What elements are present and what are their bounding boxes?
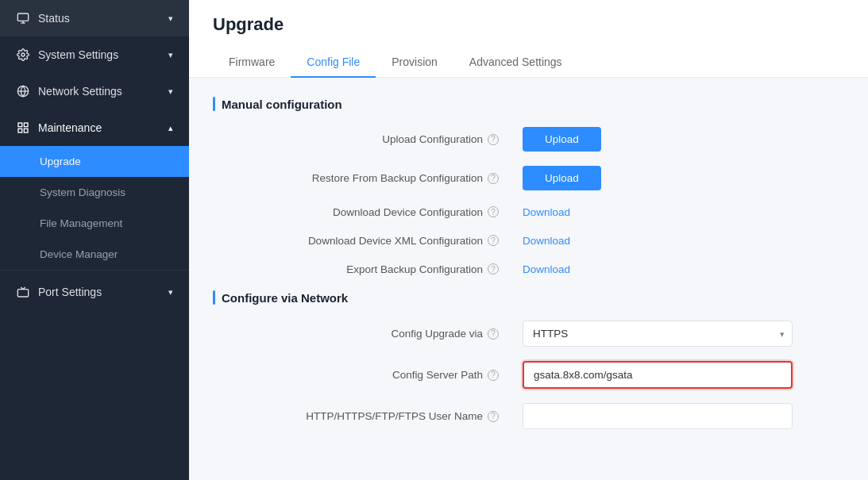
sidebar-sub-item-device-manager[interactable]: Device Manager: [0, 239, 189, 270]
grid-icon: [16, 121, 30, 135]
chevron-down-icon: ▾: [168, 13, 173, 24]
tab-config-file[interactable]: Config File: [291, 48, 376, 78]
export-backup-link[interactable]: Download: [523, 263, 570, 275]
sidebar-item-status[interactable]: Status ▾: [0, 0, 189, 36]
http-user-name-info-icon[interactable]: ?: [488, 411, 499, 422]
sidebar-item-label: Maintenance: [38, 121, 102, 134]
sidebar-sub-item-upgrade[interactable]: Upgrade: [0, 146, 189, 177]
export-backup-control: Download: [523, 262, 570, 276]
config-upgrade-via-row: Config Upgrade via ? HTTP HTTPS FTP FTPS…: [213, 321, 844, 347]
restore-backup-info-icon[interactable]: ?: [488, 173, 499, 184]
svg-rect-9: [24, 129, 28, 132]
http-user-name-input[interactable]: [523, 403, 793, 429]
chevron-down-icon: ▾: [168, 50, 173, 60]
config-upgrade-via-select-wrapper: HTTP HTTPS FTP FTPS ▾: [523, 321, 793, 347]
restore-backup-label: Restore From Backup Configuration ?: [229, 172, 499, 184]
upload-config-row: Upload Configuration ? Upload: [213, 127, 844, 152]
download-device-config-row: Download Device Configuration ? Download: [213, 205, 844, 219]
chevron-up-icon: ▴: [168, 123, 173, 133]
config-upgrade-via-select[interactable]: HTTP HTTPS FTP FTPS: [523, 321, 793, 347]
export-backup-row: Export Backup Configuration ? Download: [213, 262, 844, 276]
download-device-config-info-icon[interactable]: ?: [488, 206, 499, 217]
sidebar-item-system-settings[interactable]: System Settings ▾: [0, 36, 189, 73]
tab-advanced-settings[interactable]: Advanced Settings: [453, 48, 578, 78]
sidebar-item-label: System Settings: [38, 48, 118, 61]
monitor-icon: [16, 11, 30, 25]
tab-provision[interactable]: Provision: [376, 48, 453, 78]
network-section-accent: [213, 290, 215, 305]
config-server-path-row: Config Server Path ?: [213, 361, 844, 389]
sidebar: Status ▾ System Settings ▾ Network Setti…: [0, 0, 189, 480]
download-device-xml-label: Download Device XML Configuration ?: [229, 235, 499, 247]
download-device-xml-control: Download: [523, 233, 570, 248]
http-user-name-label: HTTP/HTTPS/FTP/FTPS User Name ?: [229, 410, 499, 422]
sidebar-sub-item-label: Device Manager: [40, 248, 118, 260]
network-config-title: Configure via Network: [222, 291, 348, 305]
upload-config-label: Upload Configuration ?: [229, 133, 499, 145]
upload-config-control: Upload: [523, 127, 601, 152]
config-upgrade-via-control: HTTP HTTPS FTP FTPS ▾: [523, 321, 793, 347]
config-upgrade-via-label: Config Upgrade via ?: [229, 328, 499, 340]
svg-rect-10: [17, 290, 28, 297]
sidebar-sub-item-label: File Management: [40, 217, 122, 229]
network-config-section-header: Configure via Network: [213, 290, 844, 305]
manual-config-section-header: Manual configuration: [213, 97, 844, 111]
page-title: Upgrade: [213, 14, 844, 35]
download-device-xml-row: Download Device XML Configuration ? Down…: [213, 233, 844, 248]
download-device-xml-info-icon[interactable]: ?: [488, 235, 499, 246]
svg-point-3: [21, 53, 25, 56]
restore-backup-button[interactable]: Upload: [523, 166, 601, 190]
sidebar-item-port-settings[interactable]: Port Settings ▾: [0, 274, 189, 310]
restore-backup-control: Upload: [523, 166, 601, 190]
download-device-config-control: Download: [523, 205, 570, 219]
sidebar-item-network-settings[interactable]: Network Settings ▾: [0, 73, 189, 109]
manual-config-title: Manual configuration: [222, 98, 342, 111]
tab-bar: Firmware Config File Provision Advanced …: [213, 48, 844, 77]
section-accent: [213, 97, 215, 111]
chevron-down-icon: ▾: [168, 86, 173, 97]
page-header: Upgrade Firmware Config File Provision A…: [189, 0, 868, 78]
config-upgrade-via-info-icon[interactable]: ?: [488, 328, 499, 340]
sidebar-item-label: Port Settings: [38, 286, 102, 298]
svg-rect-8: [18, 129, 22, 132]
sidebar-sub-item-label: System Diagnosis: [40, 186, 125, 198]
config-server-path-info-icon[interactable]: ?: [488, 370, 499, 381]
sidebar-sub-item-label: Upgrade: [40, 156, 81, 167]
http-user-name-control: [523, 403, 793, 429]
download-device-xml-link[interactable]: Download: [523, 235, 570, 247]
sidebar-item-label: Network Settings: [38, 85, 122, 98]
config-server-path-label: Config Server Path ?: [229, 369, 499, 381]
config-server-path-input[interactable]: [523, 361, 793, 389]
export-backup-label: Export Backup Configuration ?: [229, 263, 499, 275]
export-backup-info-icon[interactable]: ?: [488, 263, 499, 275]
restore-backup-row: Restore From Backup Configuration ? Uplo…: [213, 166, 844, 190]
svg-rect-0: [17, 13, 28, 21]
sidebar-sub-item-file-management[interactable]: File Management: [0, 208, 189, 239]
download-device-config-link[interactable]: Download: [523, 206, 570, 218]
http-user-name-row: HTTP/HTTPS/FTP/FTPS User Name ?: [213, 403, 844, 429]
tab-firmware[interactable]: Firmware: [213, 48, 291, 78]
upload-config-button[interactable]: Upload: [523, 127, 601, 152]
upload-config-info-icon[interactable]: ?: [488, 134, 499, 145]
download-device-config-label: Download Device Configuration ?: [229, 206, 499, 218]
main-content: Upgrade Firmware Config File Provision A…: [189, 0, 868, 480]
sidebar-sub-item-system-diagnosis[interactable]: System Diagnosis: [0, 177, 189, 208]
sidebar-item-label: Status: [38, 12, 70, 25]
globe-icon: [16, 84, 30, 98]
port-icon: [16, 285, 30, 299]
svg-rect-7: [24, 123, 28, 127]
config-server-path-control: [523, 361, 793, 389]
svg-rect-6: [18, 123, 22, 127]
settings-icon: [16, 48, 30, 62]
chevron-down-icon: ▾: [168, 287, 173, 298]
content-area: Manual configuration Upload Configuratio…: [189, 78, 868, 480]
sidebar-item-maintenance[interactable]: Maintenance ▴: [0, 109, 189, 146]
